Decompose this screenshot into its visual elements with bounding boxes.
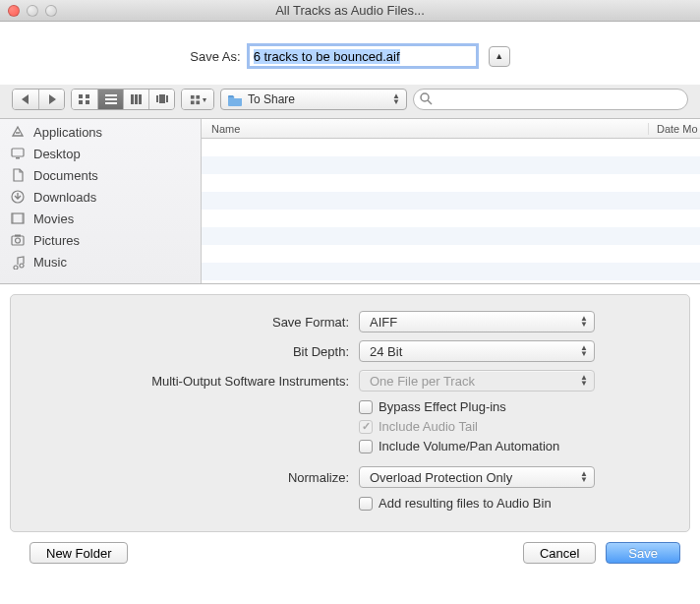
sidebar-item-label: Applications xyxy=(33,125,102,140)
svg-line-20 xyxy=(428,100,432,104)
column-view-button[interactable] xyxy=(123,90,148,109)
list-icon xyxy=(104,93,118,105)
sidebar-item-label: Documents xyxy=(33,168,98,183)
triangle-left-icon xyxy=(22,94,29,104)
svg-rect-8 xyxy=(105,102,117,104)
cancel-button[interactable]: Cancel xyxy=(523,542,596,564)
svg-rect-13 xyxy=(159,94,165,103)
chevron-up-icon: ▲ xyxy=(495,51,503,61)
volume-pan-label: Include Volume/Pan Automation xyxy=(379,439,559,453)
save-format-popup[interactable]: AIFF ▲▼ xyxy=(359,311,595,332)
updown-arrows-icon: ▲▼ xyxy=(580,316,588,328)
titlebar: All Tracks as Audio Files... xyxy=(0,0,700,22)
svg-rect-16 xyxy=(196,94,200,98)
view-mode-group xyxy=(71,89,175,110)
sidebar: Applications Desktop Documents Downloads… xyxy=(0,119,202,283)
close-window-button[interactable] xyxy=(8,5,20,17)
back-button[interactable] xyxy=(13,90,38,109)
svg-rect-9 xyxy=(131,94,134,104)
svg-rect-14 xyxy=(166,95,168,102)
footer: New Folder Cancel Save xyxy=(0,542,700,575)
svg-point-19 xyxy=(421,93,429,101)
save-format-value: AIFF xyxy=(370,315,397,330)
search-icon xyxy=(420,92,433,105)
list-view-button[interactable] xyxy=(97,90,123,109)
movies-icon xyxy=(10,211,26,226)
sidebar-item-documents[interactable]: Documents xyxy=(0,164,201,186)
normalize-popup[interactable]: Overload Protection Only ▲▼ xyxy=(359,466,595,488)
coverflow-icon xyxy=(155,93,169,105)
bypass-checkbox[interactable] xyxy=(359,400,373,414)
icon-view-button[interactable] xyxy=(72,90,97,109)
downloads-icon xyxy=(10,189,26,205)
svg-rect-29 xyxy=(15,235,21,237)
coverflow-view-button[interactable] xyxy=(148,90,174,109)
svg-rect-10 xyxy=(135,94,138,104)
add-to-bin-checkbox[interactable] xyxy=(359,497,373,511)
save-button[interactable]: Save xyxy=(606,542,680,564)
updown-arrows-icon: ▲▼ xyxy=(580,375,588,387)
updown-arrows-icon: ▲▼ xyxy=(392,93,400,105)
sidebar-item-label: Music xyxy=(33,255,67,270)
svg-rect-5 xyxy=(86,100,89,104)
svg-rect-2 xyxy=(79,94,83,98)
grid-icon xyxy=(78,93,91,105)
svg-rect-27 xyxy=(12,236,24,245)
svg-rect-26 xyxy=(22,213,24,223)
triangle-right-icon xyxy=(48,94,56,104)
updown-arrows-icon: ▲▼ xyxy=(580,345,588,357)
add-to-bin-label: Add resulting files to Audio Bin xyxy=(379,496,552,511)
volume-pan-checkbox[interactable] xyxy=(359,440,373,453)
save-as-label: Save As: xyxy=(190,49,240,64)
file-rows xyxy=(202,139,700,283)
column-date[interactable]: Date Mo xyxy=(649,123,700,135)
include-tail-checkbox: ✓ xyxy=(359,420,373,434)
save-as-row: Save As: ▲ xyxy=(0,22,700,85)
sidebar-item-label: Pictures xyxy=(33,233,80,248)
desktop-icon xyxy=(10,146,26,161)
arrange-icon xyxy=(190,94,201,105)
multi-output-popup: One File per Track ▲▼ xyxy=(359,370,595,392)
search-input[interactable] xyxy=(413,89,688,110)
file-list: Name Date Mo xyxy=(202,119,700,283)
sidebar-item-movies[interactable]: Movies xyxy=(0,208,201,229)
arrange-button[interactable]: ▾ xyxy=(182,90,213,109)
svg-rect-22 xyxy=(16,157,20,159)
sidebar-item-applications[interactable]: Applications xyxy=(0,121,201,143)
svg-rect-6 xyxy=(105,94,117,96)
folder-popup[interactable]: To Share ▲▼ xyxy=(220,89,407,110)
multi-output-label: Multi-Output Software Instruments: xyxy=(34,374,359,389)
window-title: All Tracks as Audio Files... xyxy=(0,3,700,18)
svg-rect-4 xyxy=(79,100,83,104)
chevron-down-icon: ▾ xyxy=(203,95,206,104)
svg-rect-11 xyxy=(139,94,142,104)
svg-marker-0 xyxy=(22,94,29,104)
svg-point-28 xyxy=(16,238,21,243)
column-headers: Name Date Mo xyxy=(202,119,700,139)
column-name[interactable]: Name xyxy=(202,123,649,135)
sidebar-item-music[interactable]: Music xyxy=(0,251,201,272)
sidebar-item-desktop[interactable]: Desktop xyxy=(0,143,201,164)
new-folder-button[interactable]: New Folder xyxy=(29,542,128,564)
file-browser: Applications Desktop Documents Downloads… xyxy=(0,119,700,284)
columns-icon xyxy=(130,93,144,105)
music-icon xyxy=(10,254,26,270)
zoom-window-button xyxy=(45,5,57,17)
svg-rect-3 xyxy=(86,94,89,98)
browser-toolbar: ▾ To Share ▲▼ xyxy=(0,85,700,119)
save-as-input[interactable] xyxy=(249,45,477,67)
nav-group xyxy=(12,89,65,110)
pictures-icon xyxy=(10,232,26,248)
sidebar-item-downloads[interactable]: Downloads xyxy=(0,186,201,208)
forward-button[interactable] xyxy=(38,90,64,109)
svg-rect-18 xyxy=(196,100,200,104)
normalize-label: Normalize: xyxy=(34,470,359,485)
bit-depth-popup[interactable]: 24 Bit ▲▼ xyxy=(359,340,595,362)
svg-rect-25 xyxy=(12,213,14,223)
sidebar-item-label: Movies xyxy=(33,211,74,226)
svg-rect-17 xyxy=(190,100,194,104)
multi-output-value: One File per Track xyxy=(370,374,475,389)
sidebar-item-pictures[interactable]: Pictures xyxy=(0,229,201,251)
expand-collapse-button[interactable]: ▲ xyxy=(489,46,510,67)
sidebar-item-label: Downloads xyxy=(33,190,96,205)
